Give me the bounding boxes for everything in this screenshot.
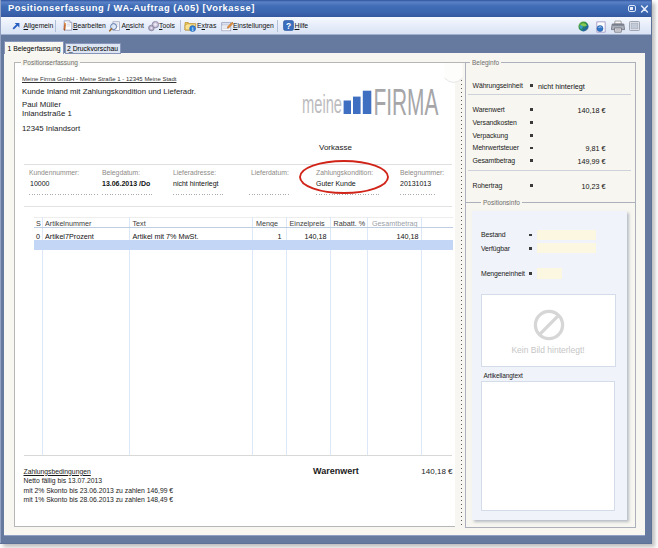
svg-text:?: ? [285, 21, 290, 31]
svg-text:meine: meine [302, 90, 342, 116]
svg-text:FIRMA: FIRMA [373, 87, 438, 116]
